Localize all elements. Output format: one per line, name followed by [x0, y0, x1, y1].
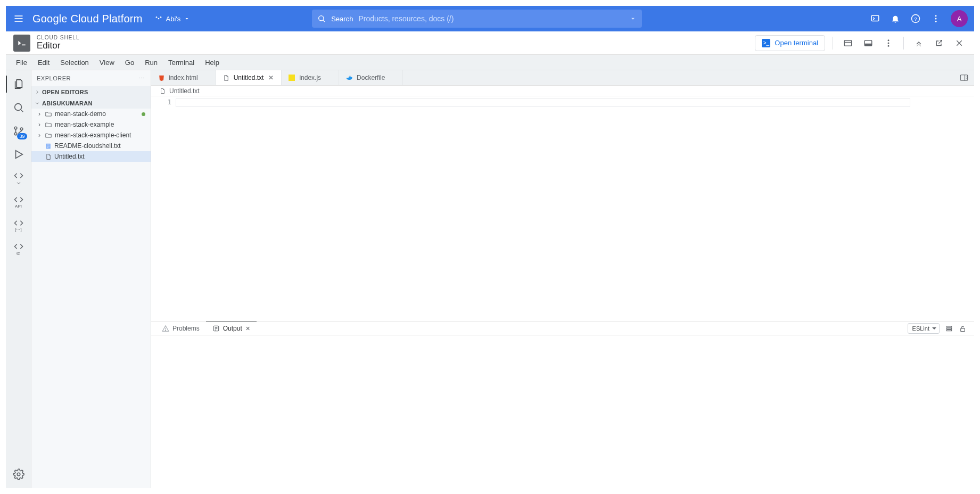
project-dots-icon [154, 14, 163, 23]
svg-point-37 [165, 330, 166, 331]
tab-index-js[interactable]: index.js ✕ [282, 70, 339, 85]
activity-search[interactable] [6, 97, 31, 118]
text-file-icon [223, 74, 230, 81]
clear-output-icon[interactable] [945, 324, 953, 333]
close-icon[interactable]: ✕ [245, 325, 250, 332]
activity-explorer[interactable] [6, 73, 31, 95]
svg-rect-32 [46, 145, 49, 146]
menu-edit[interactable]: Edit [33, 57, 54, 68]
gear-icon [13, 468, 24, 480]
explorer-more-icon[interactable]: ⋯ [138, 75, 145, 82]
search-bar[interactable]: Search [312, 10, 642, 28]
explorer-title: EXPLORER [37, 75, 71, 81]
panel-tab-output[interactable]: Output ✕ [206, 322, 257, 335]
tab-index-html[interactable]: index.html ✕ [151, 70, 216, 85]
js-file-icon [288, 74, 295, 81]
activity-settings[interactable] [6, 464, 31, 485]
activity-cloudcode[interactable] [6, 167, 31, 188]
subheader-kicker: CLOUD SHELL [37, 35, 79, 41]
tree-file[interactable]: Untitled.txt [31, 151, 151, 162]
project-selector[interactable]: Abi's [150, 12, 195, 25]
activity-more[interactable]: @ [6, 237, 31, 259]
explorer-sidebar: EXPLORER ⋯ OPEN EDITORS ABISUKUMARAN › m… [31, 70, 151, 488]
warning-icon [162, 325, 169, 332]
output-source-dropdown[interactable]: ESLint [908, 323, 940, 334]
svg-point-23 [14, 104, 21, 111]
lock-scroll-icon[interactable] [959, 325, 967, 333]
search-input[interactable] [358, 14, 624, 23]
panel-tab-label: Output [223, 325, 242, 332]
html-file-icon [158, 74, 165, 81]
tab-untitled[interactable]: Untitled.txt ✕ [216, 70, 282, 85]
chevron-right-icon: › [37, 131, 42, 139]
search-icon [13, 102, 24, 113]
svg-rect-43 [946, 328, 951, 329]
gcp-logo[interactable]: Google Cloud Platform [32, 13, 143, 25]
text-file-icon [44, 142, 52, 150]
workspace-section[interactable]: ABISUKUMARAN [31, 97, 151, 109]
explorer-header: EXPLORER ⋯ [31, 70, 151, 86]
svg-rect-45 [961, 328, 965, 331]
play-bug-icon [13, 149, 24, 160]
nav-menu-button[interactable] [12, 12, 25, 25]
help-icon[interactable]: ? [910, 13, 921, 24]
menu-file[interactable]: File [11, 57, 32, 68]
brackets-label: [⋯] [15, 227, 21, 232]
account-avatar[interactable]: A [951, 10, 968, 27]
activity-debug[interactable] [6, 144, 31, 165]
editor-toggle-icon[interactable] [841, 36, 855, 51]
close-icon[interactable]: ✕ [267, 74, 275, 81]
text-cursor [176, 99, 176, 106]
subheader-title: Editor [37, 40, 79, 51]
tab-dockerfile[interactable]: Dockerfile ✕ [339, 70, 403, 85]
svg-point-6 [319, 16, 324, 21]
activity-scm[interactable]: 39 [6, 120, 31, 142]
tabs-actions [954, 70, 974, 85]
search-icon [317, 14, 326, 23]
activity-api[interactable]: API [6, 191, 31, 212]
code-area[interactable] [176, 96, 974, 322]
panel-tab-problems[interactable]: Problems [155, 322, 206, 335]
tree-file[interactable]: README-cloudshell.txt [31, 141, 151, 151]
open-terminal-button[interactable]: >_ Open terminal [755, 35, 825, 51]
chevron-right-icon [35, 89, 40, 95]
output-body[interactable] [151, 335, 974, 488]
tree-folder[interactable]: › mean-stack-example-client [31, 130, 151, 141]
cloud-shell-subheader: CLOUD SHELL Editor >_ Open terminal [6, 31, 974, 55]
cloud-shell-toggle-icon[interactable] [870, 13, 880, 24]
menu-go[interactable]: Go [120, 57, 139, 68]
split-toggle-icon[interactable] [959, 73, 969, 83]
menu-view[interactable]: View [95, 57, 119, 68]
tree-folder[interactable]: › mean-stack-demo [31, 109, 151, 119]
open-new-window-icon[interactable] [932, 36, 946, 51]
svg-rect-17 [864, 43, 872, 46]
editor-body[interactable]: 1 [151, 96, 974, 322]
more-vert-icon[interactable] [930, 13, 941, 24]
minimize-icon[interactable] [911, 36, 926, 51]
editor-area: index.html ✕ Untitled.txt ✕ index.js ✕ D… [151, 70, 974, 488]
chevrons-icon [13, 218, 24, 228]
svg-point-25 [14, 127, 17, 129]
svg-line-24 [21, 110, 23, 112]
menu-terminal[interactable]: Terminal [163, 57, 199, 68]
notifications-icon[interactable] [890, 13, 901, 24]
tree-folder[interactable]: › mean-stack-example [31, 119, 151, 130]
chevron-right-icon: › [37, 110, 42, 118]
svg-point-18 [888, 39, 890, 41]
search-caret-icon[interactable] [629, 15, 637, 22]
menu-run[interactable]: Run [140, 57, 162, 68]
tab-label: index.html [169, 74, 198, 81]
svg-point-27 [20, 128, 23, 130]
layout-icon[interactable] [861, 36, 876, 51]
close-panel-icon[interactable] [952, 36, 967, 51]
open-editors-section[interactable]: OPEN EDITORS [31, 86, 151, 97]
menu-help[interactable]: Help [200, 57, 224, 68]
activity-brackets[interactable]: [⋯] [6, 214, 31, 235]
at-label: @ [16, 251, 20, 256]
breadcrumb[interactable]: Untitled.txt [151, 86, 974, 96]
scm-badge: 39 [17, 133, 27, 139]
more-options-icon[interactable] [881, 36, 896, 51]
output-icon [212, 325, 220, 332]
menu-selection[interactable]: Selection [55, 57, 93, 68]
panel-tab-label: Problems [172, 325, 200, 332]
